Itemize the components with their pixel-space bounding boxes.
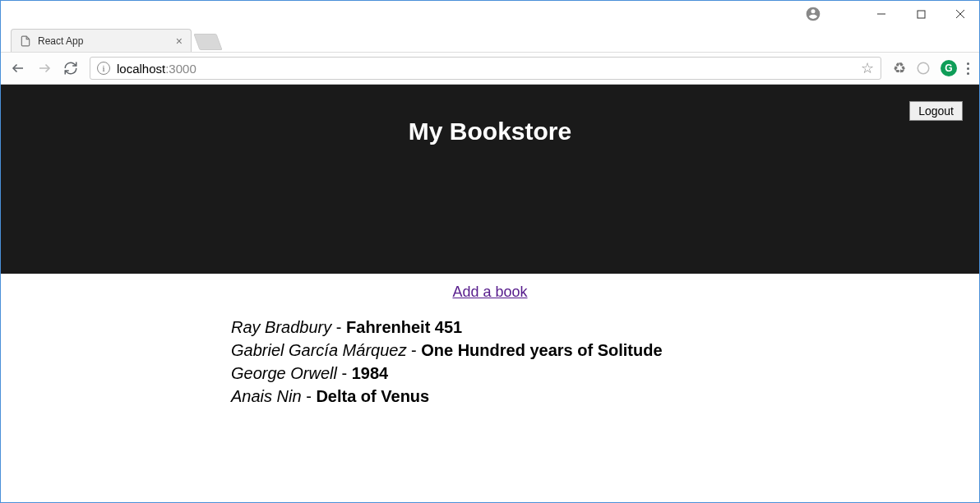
list-item: Anais Nin - Delta of Venus	[231, 385, 979, 408]
bookmark-star-icon[interactable]: ☆	[861, 59, 874, 77]
logout-button[interactable]: Logout	[909, 101, 963, 121]
url-text: localhost:3000	[117, 62, 196, 76]
grammarly-icon[interactable]: G	[941, 60, 957, 76]
svg-point-6	[918, 62, 929, 74]
book-author: George Orwell	[231, 364, 337, 382]
address-bar[interactable]: i localhost:3000 ☆	[90, 57, 881, 80]
new-tab-button[interactable]	[193, 34, 222, 50]
book-title: One Hundred years of Solitude	[421, 341, 662, 359]
book-author: Anais Nin	[231, 387, 302, 405]
url-port: :3000	[165, 62, 196, 76]
url-host: localhost	[117, 62, 165, 76]
book-author: Gabriel García Márquez	[231, 341, 406, 359]
tab-title: React App	[38, 35, 169, 47]
window-close-button[interactable]	[948, 2, 973, 26]
tab-strip: React App ×	[1, 27, 979, 52]
window-maximize-button[interactable]	[908, 2, 933, 26]
app-header: Logout My Bookstore	[1, 85, 979, 274]
book-list: Ray Bradbury - Fahrenheit 451 Gabriel Ga…	[1, 316, 979, 408]
site-info-icon[interactable]: i	[97, 62, 110, 75]
extension-icon[interactable]	[916, 61, 931, 76]
svg-rect-1	[918, 11, 925, 18]
list-item: Ray Bradbury - Fahrenheit 451	[231, 316, 979, 339]
list-item: George Orwell - 1984	[231, 362, 979, 385]
book-title: 1984	[352, 364, 389, 382]
browser-toolbar: i localhost:3000 ☆ ♻ G	[1, 52, 979, 85]
browser-tab[interactable]: React App ×	[11, 29, 192, 52]
add-book-link[interactable]: Add a book	[452, 284, 527, 300]
separator: -	[302, 387, 317, 405]
account-icon[interactable]	[805, 6, 821, 22]
page-content: Logout My Bookstore Add a book Ray Bradb…	[1, 85, 979, 502]
book-title: Fahrenheit 451	[346, 318, 462, 336]
forward-button[interactable]	[37, 61, 52, 76]
page-title: My Bookstore	[1, 118, 979, 145]
page-icon	[20, 35, 31, 47]
recycle-icon[interactable]: ♻	[893, 59, 906, 77]
book-title: Delta of Venus	[316, 387, 429, 405]
tab-close-button[interactable]: ×	[176, 35, 183, 48]
separator: -	[331, 318, 346, 336]
separator: -	[337, 364, 352, 382]
browser-window: React App × i localhost:3000 ☆ ♻ G	[0, 0, 980, 503]
window-minimize-button[interactable]	[869, 2, 894, 26]
reload-button[interactable]	[63, 61, 78, 76]
list-item: Gabriel García Márquez - One Hundred yea…	[231, 339, 979, 362]
browser-menu-button[interactable]	[967, 62, 969, 75]
back-button[interactable]	[11, 61, 25, 76]
add-link-row: Add a book	[1, 274, 979, 316]
window-titlebar	[1, 1, 979, 27]
separator: -	[406, 341, 421, 359]
book-author: Ray Bradbury	[231, 318, 331, 336]
